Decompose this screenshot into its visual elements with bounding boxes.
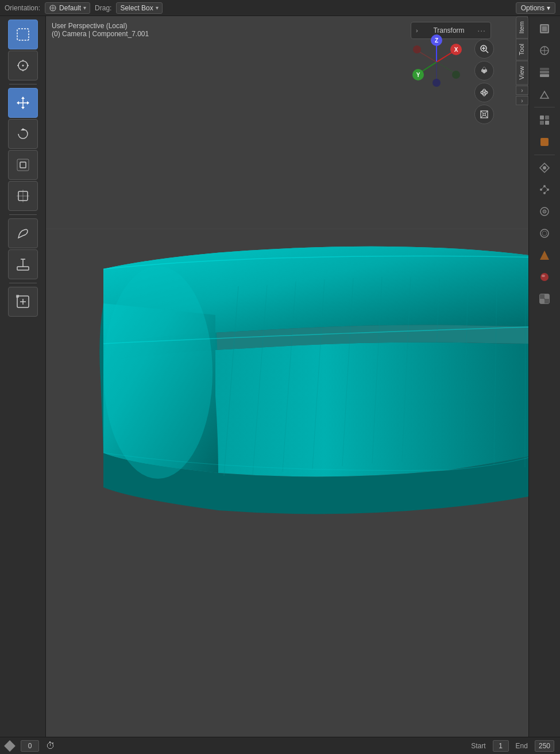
toolbar-divider-3 xyxy=(9,283,37,283)
svg-rect-75 xyxy=(542,26,547,31)
add-object-icon xyxy=(15,294,31,310)
options-chevron: ▾ xyxy=(547,4,550,12)
sidebar-divider-1 xyxy=(534,107,555,107)
particles-button[interactable] xyxy=(534,179,555,200)
pan-tool-button[interactable] xyxy=(474,61,494,80)
svg-rect-63 xyxy=(485,70,487,72)
svg-marker-14 xyxy=(17,101,19,105)
render-icon xyxy=(538,22,551,35)
svg-rect-80 xyxy=(540,71,549,74)
orbit-tool-button[interactable] xyxy=(474,83,494,102)
orientation-label: Orientation: xyxy=(5,4,40,12)
transform-icon xyxy=(15,188,31,204)
svg-rect-3 xyxy=(17,29,29,40)
particles-icon xyxy=(538,183,551,196)
viewport-info: User Perspective (Local) (0) Camera | Co… xyxy=(52,22,149,38)
add-tool-button[interactable] xyxy=(8,287,38,317)
end-frame-value[interactable]: 250 xyxy=(535,740,554,752)
output-icon xyxy=(538,44,551,57)
collapse-sidebar-button[interactable]: › xyxy=(516,86,528,95)
orientation-chevron: ▾ xyxy=(83,5,86,11)
orbit-icon xyxy=(479,87,489,98)
clock-icon: ⏱ xyxy=(46,741,55,751)
select-icon xyxy=(15,26,31,43)
modifier-properties-button[interactable] xyxy=(534,157,555,178)
svg-rect-62 xyxy=(481,70,483,72)
object-label: (0) Camera | Component_7.001 xyxy=(52,30,149,38)
object-properties-button[interactable] xyxy=(534,132,555,152)
scene-properties-button[interactable] xyxy=(534,84,555,105)
scale-tool-button[interactable] xyxy=(8,150,38,180)
options-button[interactable]: Options ▾ xyxy=(516,2,555,14)
svg-line-92 xyxy=(541,186,544,190)
render-properties-button[interactable] xyxy=(534,18,555,39)
drag-chevron: ▾ xyxy=(156,5,159,11)
svg-rect-106 xyxy=(544,294,549,299)
rotate-tool-button[interactable] xyxy=(8,119,38,149)
end-label: End xyxy=(516,742,528,750)
cursor-tool-button[interactable] xyxy=(8,51,38,80)
physics-button[interactable] xyxy=(534,201,555,222)
axis-gizmo[interactable]: Z X Y xyxy=(408,33,465,91)
svg-line-59 xyxy=(486,51,488,53)
measure-tool-button[interactable] xyxy=(8,249,38,279)
svg-point-5 xyxy=(22,65,24,67)
perspective-toggle-button[interactable] xyxy=(474,105,494,124)
svg-text:Z: Z xyxy=(435,37,438,44)
cursor-icon xyxy=(15,57,31,74)
start-frame-value[interactable]: 1 xyxy=(493,740,509,752)
drag-dropdown[interactable]: Select Box ▾ xyxy=(116,2,162,14)
zoom-tool-button[interactable] xyxy=(474,39,494,59)
transform-tool-button[interactable] xyxy=(8,181,38,211)
sidebar-divider-2 xyxy=(534,155,555,155)
top-bar: Orientation: Default ▾ Drag: Select Box … xyxy=(0,0,560,16)
svg-line-94 xyxy=(544,190,548,193)
bottom-bar: 0 ⏱ Start 1 End 250 xyxy=(0,737,560,754)
annotate-icon xyxy=(15,225,31,241)
current-frame[interactable]: 0 xyxy=(21,740,39,752)
scale-icon xyxy=(15,157,31,173)
move-tool-button[interactable] xyxy=(8,88,38,118)
perspective-icon xyxy=(479,109,489,120)
world-properties-button[interactable] xyxy=(534,110,555,130)
rotate-icon xyxy=(15,126,31,142)
material-properties-button[interactable] xyxy=(534,267,555,287)
svg-rect-104 xyxy=(544,299,549,303)
3d-scene xyxy=(46,16,528,737)
svg-point-53 xyxy=(413,45,421,53)
toolbar-divider-1 xyxy=(9,84,37,84)
output-properties-button[interactable] xyxy=(534,40,555,61)
viewport-nav-tools xyxy=(474,39,494,124)
svg-point-55 xyxy=(452,71,460,79)
tab-tool[interactable]: Tool xyxy=(516,39,528,60)
svg-point-31 xyxy=(103,266,213,479)
data-properties-button[interactable] xyxy=(534,245,555,266)
select-tool-button[interactable] xyxy=(8,20,38,49)
orientation-dropdown[interactable]: Default ▾ xyxy=(45,2,90,14)
texture-properties-button[interactable] xyxy=(534,288,555,309)
svg-rect-22 xyxy=(17,267,29,270)
transform-dots: ··· xyxy=(477,26,486,35)
orientation-icon xyxy=(49,4,57,12)
drag-label: Drag: xyxy=(95,4,111,12)
drag-value: Select Box xyxy=(120,4,153,12)
viewport[interactable]: User Perspective (Local) (0) Camera | Co… xyxy=(46,16,528,737)
orientation-value: Default xyxy=(59,4,81,12)
collapse-sidebar-button-2[interactable]: › xyxy=(516,96,528,105)
constraints-icon xyxy=(538,227,551,240)
svg-point-57 xyxy=(432,79,441,87)
annotate-tool-button[interactable] xyxy=(8,218,38,248)
svg-rect-85 xyxy=(545,121,549,125)
constraints-button[interactable] xyxy=(534,223,555,244)
options-label: Options xyxy=(521,4,544,12)
keyframe-marker[interactable] xyxy=(4,740,16,752)
object-icon xyxy=(538,136,551,148)
svg-line-93 xyxy=(544,186,548,190)
svg-line-49 xyxy=(420,62,437,72)
scene-icon xyxy=(538,88,551,101)
tab-item[interactable]: Item xyxy=(516,16,528,39)
modifier-icon xyxy=(538,161,551,174)
view-layer-button[interactable] xyxy=(534,62,555,83)
tab-view[interactable]: View xyxy=(516,61,528,85)
zoom-icon xyxy=(479,44,489,54)
